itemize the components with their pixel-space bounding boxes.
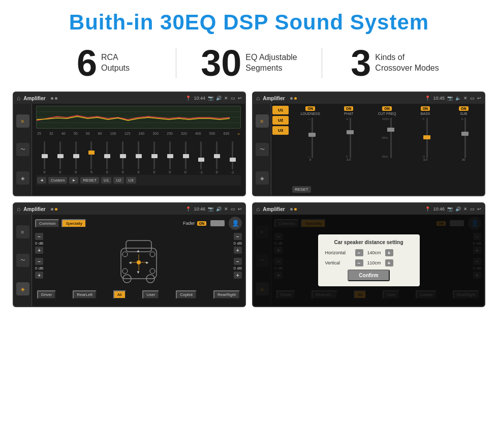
- user-btn[interactable]: User: [142, 290, 159, 299]
- slider-13: -1: [225, 141, 240, 174]
- vol-tr-plus[interactable]: +: [234, 247, 242, 254]
- play-button[interactable]: ►: [69, 177, 78, 184]
- home-icon-4[interactable]: ⌂: [256, 205, 260, 213]
- bass-channel: ON BASS FG 3.0: [407, 106, 443, 184]
- vol-tr-minus[interactable]: −: [234, 233, 242, 240]
- vol-bl-minus[interactable]: −: [35, 258, 43, 265]
- eq-icon-3[interactable]: ≡: [16, 225, 29, 238]
- close-icon[interactable]: ✕: [224, 96, 228, 101]
- screen2-status-bar: ⌂ Amplifier 📍 10:45 📷 🔈 ✕ ▭ ↩: [253, 93, 484, 104]
- cutfreq-slider[interactable]: [387, 128, 394, 132]
- vol-br-plus[interactable]: +: [234, 272, 242, 279]
- confirm-button[interactable]: Confirm: [348, 270, 389, 281]
- common-tab[interactable]: Common: [35, 219, 59, 228]
- close-icon-2[interactable]: ✕: [463, 96, 468, 101]
- vertical-plus[interactable]: +: [385, 259, 393, 266]
- back-icon-3[interactable]: ↩: [238, 206, 242, 212]
- fader-on-toggle[interactable]: ON: [197, 221, 207, 226]
- screen2-status-right: 📍 10:45 📷 🔈 ✕ ▭ ↩: [425, 96, 481, 101]
- camera-icon-4: 📷: [447, 206, 453, 212]
- volume-icon: 🔊: [216, 96, 222, 101]
- rearright-btn[interactable]: RearRight: [213, 290, 240, 299]
- dot6: [55, 208, 57, 211]
- home-icon-3[interactable]: ⌂: [17, 205, 20, 213]
- car-svg: ▲ ▼ ◄ ►: [116, 233, 162, 289]
- user-icon[interactable]: 👤: [229, 217, 242, 230]
- back-icon[interactable]: ↩: [238, 96, 242, 101]
- slider-3: 0: [69, 141, 83, 174]
- home-icon[interactable]: ⌂: [17, 95, 20, 102]
- home-icon-2[interactable]: ⌂: [256, 95, 260, 102]
- sub-slider[interactable]: [461, 132, 469, 136]
- distance-dialog: Car speaker distance setting Horizontal …: [318, 234, 420, 286]
- horizontal-plus[interactable]: +: [385, 249, 393, 256]
- bass-slider[interactable]: [423, 135, 430, 139]
- horizontal-minus[interactable]: −: [355, 249, 363, 256]
- wave-icon[interactable]: 〜: [16, 143, 29, 156]
- phat-slider[interactable]: [347, 130, 354, 134]
- screen1-status-bar: ⌂ Amplifier 📍 10:44 📷 🔊 ✕ ▭ ↩: [14, 93, 245, 104]
- eq-icon[interactable]: ≡: [16, 114, 29, 128]
- slider-1: 0: [37, 141, 52, 174]
- window-icon-4[interactable]: ▭: [470, 206, 475, 212]
- vol-bl: − 0 dB +: [35, 258, 43, 279]
- loudness-on[interactable]: ON: [305, 106, 315, 111]
- vol-tl-plus[interactable]: +: [35, 247, 43, 254]
- screen1-title: Amplifier: [23, 96, 45, 101]
- specialty-tab[interactable]: Specialty: [61, 219, 86, 228]
- u1-button[interactable]: U1: [101, 177, 111, 184]
- slider-10: 0: [178, 141, 193, 174]
- wave-icon-2[interactable]: 〜: [256, 143, 269, 156]
- screen1-sidebar: ≡ 〜 ◈: [14, 104, 32, 195]
- dot7: [290, 208, 293, 211]
- location-icon: 📍: [185, 96, 191, 101]
- wave-icon-3[interactable]: 〜: [16, 254, 29, 267]
- cutfreq-on[interactable]: ON: [382, 106, 392, 111]
- driver-btn[interactable]: Driver: [37, 290, 56, 299]
- close-icon-3[interactable]: ✕: [224, 206, 228, 212]
- copilot-btn[interactable]: Copilot: [176, 290, 197, 299]
- vertical-minus[interactable]: −: [355, 259, 363, 266]
- screen1-status-right: 📍 10:44 📷 🔊 ✕ ▭ ↩: [185, 96, 242, 101]
- screen2-reset[interactable]: RESET: [292, 186, 311, 193]
- u1-preset[interactable]: U1: [272, 106, 289, 114]
- dot2: [55, 97, 57, 100]
- eq-freq-labels: 25 32 40 50 63 80 100 125 160 200 250 32…: [36, 132, 241, 136]
- window-icon-3[interactable]: ▭: [231, 206, 235, 212]
- slider-7: 0: [131, 141, 146, 174]
- close-icon-4[interactable]: ✕: [463, 206, 468, 212]
- dot5: [51, 208, 53, 211]
- vol-br-minus[interactable]: −: [234, 258, 242, 265]
- prev-button[interactable]: ◄: [37, 177, 46, 184]
- stat-eq: 30 EQ Adjustable Segments: [176, 45, 322, 81]
- all-btn[interactable]: All: [113, 290, 126, 299]
- loudness-slider[interactable]: [308, 133, 316, 137]
- speaker-icon-2[interactable]: ◈: [256, 171, 269, 185]
- u3-preset[interactable]: U3: [272, 126, 289, 135]
- window-icon[interactable]: ▭: [231, 96, 235, 101]
- screen4-title: Amplifier: [263, 206, 285, 212]
- speaker-icon-3[interactable]: ◈: [16, 282, 29, 295]
- u3-button[interactable]: U3: [126, 177, 136, 184]
- rearleft-btn[interactable]: RearLeft: [73, 290, 97, 299]
- sub-on[interactable]: ON: [459, 106, 469, 111]
- bass-on[interactable]: ON: [421, 106, 430, 111]
- speaker-icon[interactable]: ◈: [16, 171, 29, 185]
- car-diagram: ▲ ▼ ◄ ►: [46, 233, 230, 289]
- window-icon-2[interactable]: ▭: [470, 96, 475, 101]
- back-icon-2[interactable]: ↩: [477, 96, 481, 101]
- back-icon-4[interactable]: ↩: [477, 206, 481, 212]
- phat-on[interactable]: ON: [344, 106, 354, 111]
- custom-button[interactable]: Custom: [48, 177, 68, 184]
- u2-button[interactable]: U2: [113, 177, 123, 184]
- vol-tl-minus[interactable]: −: [35, 233, 43, 240]
- vol-bl-plus[interactable]: +: [35, 272, 43, 279]
- u2-preset[interactable]: U2: [272, 116, 289, 125]
- fader-top: Common Specialty Fader ON 👤: [35, 217, 242, 230]
- eq-icon-2[interactable]: ≡: [256, 114, 269, 128]
- reset-button[interactable]: RESET: [80, 177, 99, 184]
- screen1-eq-content: 25 32 40 50 63 80 100 125 160 200 250 32…: [32, 104, 245, 195]
- svg-point-7: [122, 252, 128, 257]
- stat-number-crossover: 3: [351, 45, 371, 81]
- fader-slider[interactable]: [210, 220, 225, 226]
